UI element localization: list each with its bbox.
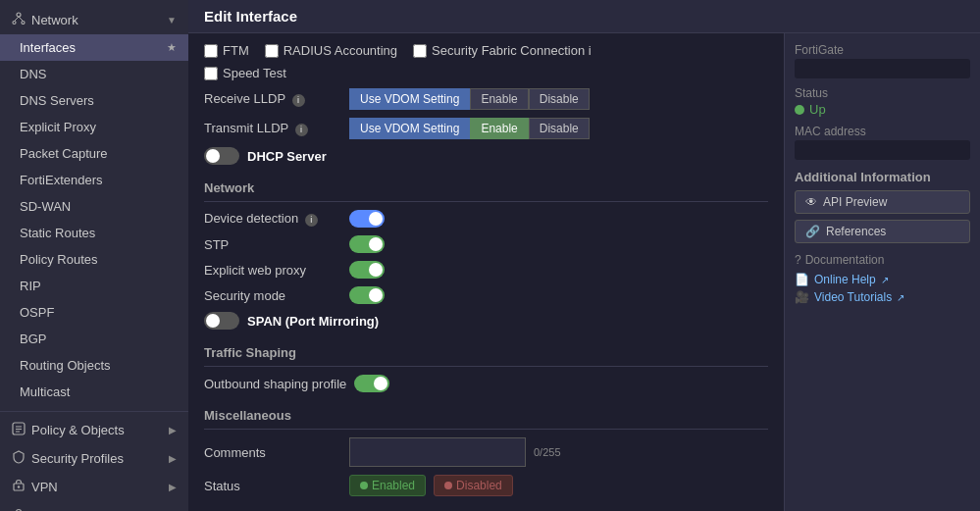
eye-icon: 👁 [805,195,817,209]
transmit-lldp-disable-btn[interactable]: Disable [529,118,590,139]
span-toggle[interactable] [204,312,239,330]
speed-test-checkbox[interactable] [204,67,218,80]
video-tutorials-link[interactable]: 🎥 Video Tutorials ↗ [795,290,970,304]
status-row: Status Enabled Disabled [204,475,768,496]
svg-point-0 [17,13,21,17]
sidebar-vpn-label: VPN [31,480,58,494]
stp-toggle[interactable] [349,235,385,253]
sidebar-security-profiles[interactable]: Security Profiles ▶ [0,444,188,473]
disabled-badge[interactable]: Disabled [434,475,513,496]
span-label: SPAN (Port Mirroring) [247,314,379,329]
chevron-right-icon: ▶ [169,453,177,464]
security-fabric-checkbox[interactable] [413,44,427,58]
sidebar-item-ospf[interactable]: OSPF [0,299,188,326]
ftm-checkbox[interactable] [204,44,218,58]
security-fabric-label: Security Fabric Connection i [432,43,592,58]
link-icon: 🔗 [805,225,820,238]
chevron-right-icon: ▶ [169,482,177,492]
chevron-right-icon: ▶ [169,425,177,435]
sidebar-item-label: RIP [20,279,41,293]
sidebar-policy-objects[interactable]: Policy & Objects ▶ [0,416,188,444]
video-tutorials-label: Video Tutorials [814,290,892,304]
comments-textarea[interactable] [349,437,526,467]
transmit-lldp-btn-group: Use VDOM Setting Enable Disable [349,118,590,139]
device-detection-toggle[interactable] [349,210,385,228]
sidebar-item-sd-wan[interactable]: SD-WAN [0,193,188,220]
info-icon[interactable]: i [589,43,592,58]
receive-lldp-enable-btn[interactable]: Enable [470,88,528,110]
sidebar-item-multicast[interactable]: Multicast [0,379,188,405]
main-content: Edit Interface FTM RADIUS Accounting Sec… [188,0,980,511]
video-icon: 🎥 [795,290,809,304]
sidebar-item-label: BGP [20,332,46,346]
receive-lldp-disable-btn[interactable]: Disable [529,88,590,110]
sidebar-item-packet-capture[interactable]: Packet Capture [0,140,188,167]
speed-test-label: Speed Test [223,66,286,80]
policy-icon [12,422,26,438]
span-slider [204,312,239,330]
explicit-web-proxy-toggle[interactable] [349,261,385,279]
svg-point-10 [18,485,20,487]
online-help-link[interactable]: 📄 Online Help ↗ [795,273,970,286]
security-mode-label: Security mode [204,288,341,303]
sidebar-item-bgp[interactable]: BGP [0,326,188,352]
speed-test-row: Speed Test [204,66,768,80]
api-preview-label: API Preview [823,195,887,209]
radius-checkbox[interactable] [265,44,279,58]
misc-section-label: Miscellaneous [204,400,768,430]
transmit-lldp-enable-btn[interactable]: Enable [470,118,528,139]
sidebar-item-label: Interfaces [20,40,76,55]
receive-lldp-btn-group: Use VDOM Setting Enable Disable [349,88,590,110]
outbound-shaping-label: Outbound shaping profile [204,377,346,391]
sidebar-item-dns-servers[interactable]: DNS Servers [0,87,188,114]
svg-line-3 [15,17,20,22]
vpn-icon [12,479,26,495]
sidebar-item-fortiextenders[interactable]: FortiExtenders [0,167,188,193]
device-detection-info-icon[interactable]: i [305,214,318,227]
transmit-lldp-info-icon[interactable]: i [295,124,308,136]
sidebar-item-dns[interactable]: DNS [0,61,188,87]
svg-point-1 [13,22,16,25]
sidebar-item-rip[interactable]: RIP [0,273,188,299]
explicit-web-proxy-slider [349,261,385,279]
sidebar-item-label: Packet Capture [20,146,108,161]
api-preview-button[interactable]: 👁 API Preview [795,190,970,214]
transmit-lldp-row: Transmit LLDP i Use VDOM Setting Enable … [204,118,768,139]
status-form-label: Status [204,479,341,493]
sidebar-item-label: Routing Objects [20,358,111,373]
receive-lldp-info-icon[interactable]: i [292,94,305,107]
receive-lldp-row: Receive LLDP i Use VDOM Setting Enable D… [204,88,768,110]
enabled-badge[interactable]: Enabled [349,475,426,496]
sidebar-policy-label: Policy & Objects [31,423,125,437]
sidebar-user-auth[interactable]: User & Authentication ▶ [0,501,188,511]
online-help-label: Online Help [814,273,876,286]
sidebar-network-header[interactable]: Network ▼ [0,6,188,34]
security-mode-toggle[interactable] [349,286,385,304]
sidebar-vpn[interactable]: VPN ▶ [0,473,188,501]
security-mode-row: Security mode [204,286,768,304]
sidebar-item-routing-objects[interactable]: Routing Objects [0,352,188,379]
outbound-shaping-row: Outbound shaping profile [204,375,768,392]
references-label: References [826,225,886,238]
ext-link-icon2: ↗ [897,292,904,303]
svg-point-2 [22,22,25,25]
sidebar-item-static-routes[interactable]: Static Routes [0,220,188,246]
sidebar-item-label: Multicast [20,384,70,399]
dhcp-server-toggle[interactable] [204,147,239,165]
enabled-label: Enabled [372,479,415,492]
transmit-lldp-vdom-btn[interactable]: Use VDOM Setting [349,118,470,139]
top-checkboxes-row: FTM RADIUS Accounting Security Fabric Co… [204,43,768,58]
fortigate-label: FortiGate [795,43,970,57]
references-button[interactable]: 🔗 References [795,220,970,243]
sidebar-item-policy-routes[interactable]: Policy Routes [0,246,188,273]
receive-lldp-vdom-btn[interactable]: Use VDOM Setting [349,88,470,110]
outbound-shaping-slider [354,375,389,392]
dhcp-server-slider [204,147,239,165]
sidebar-item-interfaces[interactable]: Interfaces ★ [0,34,188,61]
sidebar-item-explicit-proxy[interactable]: Explicit Proxy [0,114,188,140]
right-panel: FortiGate Status Up MAC address Addition… [784,33,980,511]
star-icon[interactable]: ★ [167,41,177,54]
radius-checkbox-item: RADIUS Accounting [265,43,397,58]
outbound-shaping-toggle[interactable] [354,375,389,392]
sidebar-network-label: Network [31,13,78,27]
